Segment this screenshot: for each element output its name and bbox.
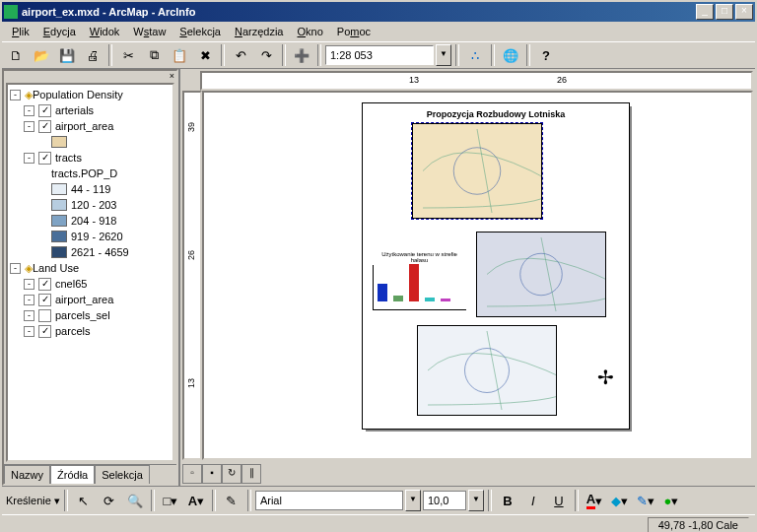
visibility-checkbox[interactable]: ✓ [38, 278, 51, 291]
class-swatch[interactable] [51, 199, 67, 211]
italic-button[interactable]: I [521, 489, 545, 512]
font-name-selector[interactable]: Arial [255, 491, 403, 510]
layer-name[interactable]: airport_area [55, 120, 113, 132]
whatsthis-button[interactable]: ? [534, 43, 558, 67]
delete-button[interactable]: ✖ [193, 43, 217, 67]
layer-name[interactable]: airport_area [55, 294, 113, 305]
class-swatch[interactable] [51, 231, 67, 242]
map-frame-map1[interactable] [412, 123, 542, 219]
menu-wstaw[interactable]: Wstaw [127, 24, 172, 39]
close-button[interactable]: × [735, 4, 753, 20]
menu-okno[interactable]: Okno [291, 24, 328, 39]
menu-widok[interactable]: Widok [84, 24, 126, 39]
arccatalog-button[interactable]: 🌐 [499, 43, 522, 67]
scale-dropdown[interactable]: ▼ [436, 44, 451, 66]
chart-element[interactable]: Użytkowanie terenu w strefie hałasu [373, 251, 466, 310]
class-label: 2621 - 4659 [71, 246, 129, 258]
pause-drawing-button[interactable]: ∥ [241, 464, 261, 484]
maximize-button[interactable]: □ [716, 4, 733, 20]
refresh-view-button[interactable]: ↻ [222, 464, 241, 484]
coordinates-readout: 49,78 -1,80 Cale [648, 517, 749, 532]
class-swatch[interactable] [51, 246, 67, 258]
class-swatch[interactable] [51, 183, 67, 195]
open-button[interactable]: 📂 [30, 43, 53, 67]
bold-button[interactable]: B [496, 489, 519, 512]
expand-toggle[interactable]: - [10, 263, 21, 274]
new-text-tool[interactable]: A▾ [184, 489, 208, 512]
scale-input[interactable]: 1:28 053 [325, 45, 434, 65]
new-button[interactable]: 🗋 [4, 43, 28, 67]
editor-toolbar-button[interactable]: ∴ [463, 43, 487, 67]
edit-vertices-tool[interactable]: ✎ [220, 489, 243, 512]
font-size-selector[interactable]: 10,0 [423, 491, 466, 510]
select-elements-tool[interactable]: ↖ [72, 489, 96, 512]
layer-name[interactable]: arterials [55, 104, 94, 116]
layer-name[interactable]: cnel65 [55, 278, 87, 290]
undo-button[interactable]: ↶ [229, 43, 252, 67]
class-swatch[interactable] [51, 215, 67, 227]
menu-narzedzia[interactable]: Narzędzia [229, 24, 290, 39]
copy-button[interactable]: ⧉ [142, 43, 166, 67]
layer-name[interactable]: parcels_sel [55, 309, 110, 321]
font-size-dropdown[interactable]: ▼ [468, 490, 484, 511]
expand-toggle[interactable]: - [24, 121, 34, 132]
menu-selekcja[interactable]: Selekcja [173, 24, 227, 39]
expand-toggle[interactable]: - [24, 105, 34, 116]
expand-toggle[interactable]: - [24, 153, 34, 164]
layer-name[interactable]: parcels [55, 325, 90, 337]
font-name-dropdown[interactable]: ▼ [405, 490, 421, 511]
layout-canvas[interactable]: Propozycja Rozbudowy Lotniska Użytkowani… [202, 91, 753, 460]
font-color-button[interactable]: A▾ [583, 489, 606, 512]
layer-name[interactable]: tracts [55, 152, 82, 164]
visibility-checkbox[interactable]: ✓ [38, 104, 51, 117]
visibility-checkbox[interactable] [38, 309, 51, 322]
minimize-button[interactable]: _ [696, 4, 714, 20]
marker-color-button[interactable]: ●▾ [659, 489, 683, 512]
layout-view-tab[interactable]: ▪ [202, 464, 222, 484]
rotate-tool[interactable]: ⟳ [98, 489, 121, 512]
zoom-tool[interactable]: 🔍 [123, 489, 147, 512]
toc-tab-nazwy[interactable]: Nazwy [4, 465, 50, 484]
symbol-swatch[interactable] [51, 136, 67, 148]
dataframe-name[interactable]: Land Use [33, 262, 79, 274]
layout-title-text[interactable]: Propozycja Rozbudowy Lotniska [363, 103, 629, 125]
expand-toggle[interactable]: - [24, 295, 34, 305]
add-data-button[interactable]: ➕ [290, 43, 313, 67]
layout-page[interactable]: Propozycja Rozbudowy Lotniska Użytkowani… [362, 102, 630, 430]
layer-tree[interactable]: -◈ Population Density-✓arterials-✓airpor… [6, 83, 174, 462]
line-color-button[interactable]: ✎▾ [634, 489, 657, 512]
vertical-ruler: 39 26 13 [182, 91, 202, 460]
save-button[interactable]: 💾 [55, 43, 79, 67]
table-of-contents: × -◈ Population Density-✓arterials-✓airp… [2, 69, 178, 486]
map-frame-map2[interactable] [476, 232, 606, 317]
menu-pomoc[interactable]: Pomoc [331, 24, 377, 39]
menu-plik[interactable]: Plik [6, 24, 35, 39]
expand-toggle[interactable]: - [24, 279, 34, 290]
visibility-checkbox[interactable]: ✓ [38, 294, 51, 306]
svg-point-2 [465, 349, 510, 393]
layout-view: 13 26 39 26 13 Propozycja Rozbudowy Lotn… [178, 69, 755, 486]
visibility-checkbox[interactable]: ✓ [38, 120, 51, 133]
paste-button[interactable]: 📋 [168, 43, 191, 67]
toc-tab-zrodla[interactable]: Źródła [50, 465, 95, 484]
toc-close-icon[interactable]: × [4, 71, 176, 81]
map-frame-map3[interactable] [417, 325, 557, 416]
fill-color-button[interactable]: ◆▾ [608, 489, 632, 512]
new-rectangle-tool[interactable]: □▾ [159, 489, 182, 512]
cut-button[interactable]: ✂ [116, 43, 140, 67]
expand-toggle[interactable]: - [24, 310, 34, 321]
draw-menu[interactable]: Kreślenie ▾ [6, 495, 60, 507]
expand-toggle[interactable]: - [10, 90, 21, 100]
data-view-tab[interactable]: ▫ [182, 464, 202, 484]
dataframe-icon: ◈ [25, 262, 33, 275]
print-button[interactable]: 🖨 [81, 43, 104, 67]
visibility-checkbox[interactable]: ✓ [38, 325, 51, 338]
redo-button[interactable]: ↷ [254, 43, 278, 67]
menu-edycja[interactable]: Edycja [37, 24, 82, 39]
visibility-checkbox[interactable]: ✓ [38, 152, 51, 165]
dataframe-name[interactable]: Population Density [33, 89, 123, 100]
north-arrow[interactable]: ✢ [597, 366, 614, 389]
expand-toggle[interactable]: - [24, 326, 34, 337]
toc-tab-selekcja[interactable]: Selekcja [95, 465, 150, 484]
underline-button[interactable]: U [547, 489, 571, 512]
